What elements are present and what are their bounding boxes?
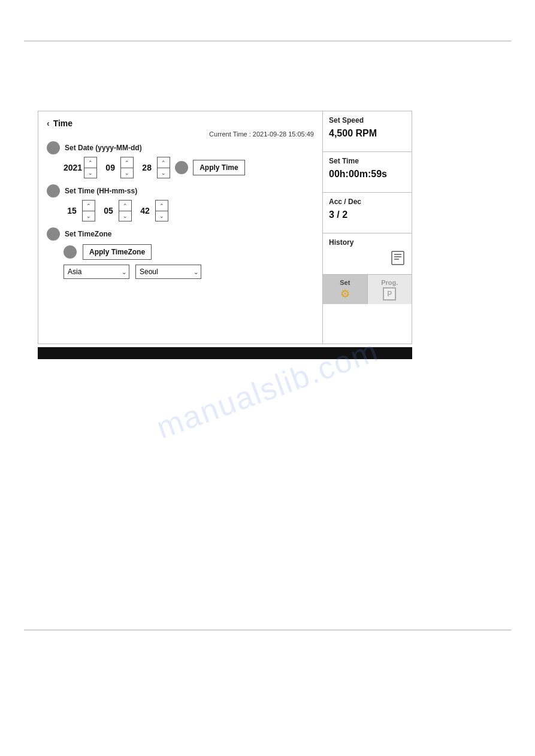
month-arrows: ⌃ ⌄ [120, 157, 134, 178]
set-date-section-label-row: Set Date (yyyy-MM-dd) [47, 141, 314, 154]
hour-up-button[interactable]: ⌃ [82, 200, 95, 211]
timezone-city-select[interactable]: Seoul [135, 265, 201, 279]
bottom-rule [24, 630, 511, 630]
top-rule [24, 41, 511, 41]
panel-title-row: ‹ Time [47, 119, 314, 128]
tab-set[interactable]: Set ⚙ [323, 275, 368, 304]
prog-box-icon: P [383, 287, 396, 300]
month-spinner: 09 ⌃ ⌄ [102, 157, 134, 178]
time-spinners: 15 ⌃ ⌄ 05 ⌃ ⌄ 42 ⌃ ⌄ [64, 200, 314, 221]
back-chevron-icon[interactable]: ‹ [47, 119, 50, 128]
history-list-icon[interactable] [390, 250, 406, 266]
timezone-city-wrapper: Seoul ⌄ [135, 265, 201, 279]
hour-spinner: 15 ⌃ ⌄ [64, 200, 95, 221]
minute-value: 05 [100, 206, 117, 215]
set-time-display-cell: Set Time 00h:00m:59s [323, 152, 412, 193]
set-date-label: Set Date (yyyy-MM-dd) [65, 144, 142, 152]
hour-value: 15 [64, 206, 80, 215]
svg-rect-0 [392, 251, 404, 265]
day-arrows: ⌃ ⌄ [157, 157, 170, 178]
acc-dec-label: Acc / Dec [329, 198, 406, 207]
day-down-button[interactable]: ⌄ [157, 168, 170, 178]
timezone-region-wrapper: Asia ⌄ [64, 265, 129, 279]
day-spinner: 28 ⌃ ⌄ [138, 157, 170, 178]
date-spinners: 2021 ⌃ ⌄ 09 ⌃ ⌄ 28 ⌃ ⌄ [64, 157, 314, 178]
hour-arrows: ⌃ ⌄ [82, 200, 95, 221]
acc-dec-value: 3 / 2 [329, 208, 406, 221]
set-date-dot [47, 141, 60, 154]
second-spinner: 42 ⌃ ⌄ [137, 200, 168, 221]
tab-prog[interactable]: Prog. P [368, 275, 412, 304]
day-up-button[interactable]: ⌃ [157, 157, 170, 168]
tab-set-label: Set [340, 279, 350, 286]
set-timezone-label: Set TimeZone [65, 230, 111, 238]
year-arrows: ⌃ ⌄ [84, 157, 97, 178]
year-spinner: 2021 ⌃ ⌄ [64, 157, 97, 178]
history-cell: History [323, 233, 412, 274]
apply-time-button[interactable]: Apply Time [193, 160, 244, 175]
acc-dec-cell: Acc / Dec 3 / 2 [323, 193, 412, 233]
apply-timezone-dot [64, 245, 77, 259]
bottom-tabs: Set ⚙ Prog. P [323, 274, 412, 304]
right-section: Set Speed 4,500 RPM Set Time 00h:00m:59s… [323, 111, 412, 344]
second-value: 42 [137, 206, 153, 215]
year-up-button[interactable]: ⌃ [84, 157, 97, 168]
day-value: 28 [138, 163, 155, 172]
year-value: 2021 [64, 163, 82, 172]
second-down-button[interactable]: ⌄ [155, 211, 168, 221]
set-time-display-value: 00h:00m:59s [329, 168, 406, 181]
current-time-label: Current Time : 2021-09-28 15:05:49 [47, 130, 314, 138]
set-speed-label: Set Speed [329, 116, 406, 126]
set-time-section-label-row: Set Time (HH-mm-ss) [47, 184, 314, 198]
set-time-display-label: Set Time [329, 157, 406, 166]
month-value: 09 [102, 163, 119, 172]
hour-down-button[interactable]: ⌄ [82, 211, 95, 221]
year-down-button[interactable]: ⌄ [84, 168, 97, 178]
set-speed-cell: Set Speed 4,500 RPM [323, 111, 412, 152]
left-section: ‹ Time Current Time : 2021-09-28 15:05:4… [38, 111, 323, 344]
set-time-dot [47, 184, 60, 198]
apply-time-dot [175, 161, 188, 174]
black-bar [38, 347, 412, 359]
minute-down-button[interactable]: ⌄ [119, 211, 132, 221]
set-timezone-dot [47, 227, 60, 241]
main-panel: ‹ Time Current Time : 2021-09-28 15:05:4… [38, 111, 412, 344]
minute-arrows: ⌃ ⌄ [119, 200, 132, 221]
history-icon-area [329, 248, 406, 266]
month-up-button[interactable]: ⌃ [120, 157, 134, 168]
set-timezone-section-label-row: Set TimeZone [47, 227, 314, 241]
set-speed-value: 4,500 RPM [329, 127, 406, 140]
set-time-label: Set Time (HH-mm-ss) [65, 187, 137, 195]
gear-icon: ⚙ [340, 287, 350, 300]
timezone-region-select[interactable]: Asia [64, 265, 129, 279]
tab-prog-label: Prog. [381, 279, 398, 286]
minute-spinner: 05 ⌃ ⌄ [100, 200, 132, 221]
minute-up-button[interactable]: ⌃ [119, 200, 132, 211]
second-up-button[interactable]: ⌃ [155, 200, 168, 211]
history-label: History [329, 238, 406, 248]
apply-timezone-button[interactable]: Apply TimeZone [83, 244, 152, 260]
month-down-button[interactable]: ⌄ [120, 168, 134, 178]
second-arrows: ⌃ ⌄ [155, 200, 168, 221]
panel-title: Time [53, 119, 72, 128]
